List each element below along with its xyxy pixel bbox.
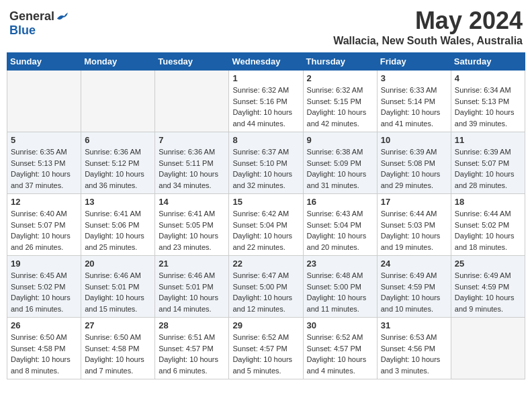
day-number: 25 [455, 259, 521, 269]
day-info: Sunrise: 6:44 AMSunset: 5:02 PMDaylight:… [455, 208, 521, 253]
calendar-header-monday: Monday [81, 53, 155, 71]
day-number: 5 [11, 135, 77, 145]
day-info: Sunrise: 6:45 AMSunset: 5:02 PMDaylight:… [11, 270, 77, 314]
day-number: 22 [232, 259, 299, 269]
day-number: 31 [381, 320, 447, 330]
logo: General Blue [9, 7, 68, 38]
calendar-cell [81, 71, 155, 132]
day-number: 18 [455, 197, 521, 207]
day-number: 6 [85, 135, 151, 145]
calendar-table: SundayMondayTuesdayWednesdayThursdayFrid… [7, 52, 525, 379]
day-number: 30 [307, 320, 373, 330]
calendar-cell: 12Sunrise: 6:40 AMSunset: 5:07 PMDayligh… [7, 194, 81, 256]
day-number: 28 [159, 320, 225, 330]
calendar-header-saturday: Saturday [451, 53, 525, 71]
day-info: Sunrise: 6:39 AMSunset: 5:08 PMDaylight:… [381, 146, 447, 191]
logo-bird-icon [56, 12, 68, 21]
month-title: May 2024 [333, 7, 523, 35]
day-info: Sunrise: 6:41 AMSunset: 5:05 PMDaylight:… [159, 208, 225, 253]
day-info: Sunrise: 6:41 AMSunset: 5:06 PMDaylight:… [85, 208, 151, 253]
day-info: Sunrise: 6:36 AMSunset: 5:12 PMDaylight:… [85, 146, 151, 191]
day-number: 17 [381, 197, 447, 207]
logo-blue: Blue [9, 24, 36, 38]
day-number: 29 [232, 320, 299, 330]
day-number: 27 [85, 320, 151, 330]
calendar-cell: 4Sunrise: 6:34 AMSunset: 5:13 PMDaylight… [451, 71, 525, 132]
day-number: 19 [11, 259, 77, 269]
calendar-cell: 18Sunrise: 6:44 AMSunset: 5:02 PMDayligh… [451, 194, 525, 256]
day-number: 1 [232, 73, 299, 83]
calendar-cell: 6Sunrise: 6:36 AMSunset: 5:12 PMDaylight… [81, 132, 155, 194]
calendar-header-thursday: Thursday [303, 53, 377, 71]
day-number: 12 [11, 197, 77, 207]
day-info: Sunrise: 6:43 AMSunset: 5:04 PMDaylight:… [307, 208, 373, 253]
calendar-cell: 23Sunrise: 6:48 AMSunset: 5:00 PMDayligh… [303, 256, 377, 318]
calendar-cell: 24Sunrise: 6:49 AMSunset: 4:59 PMDayligh… [377, 256, 451, 318]
header: General Blue May 2024 Wallacia, New Sout… [7, 7, 525, 47]
day-info: Sunrise: 6:52 AMSunset: 4:57 PMDaylight:… [232, 332, 299, 376]
calendar-week-row: 12Sunrise: 6:40 AMSunset: 5:07 PMDayligh… [7, 194, 525, 256]
day-info: Sunrise: 6:52 AMSunset: 4:57 PMDaylight:… [307, 332, 373, 376]
day-number: 13 [85, 197, 151, 207]
day-number: 20 [85, 259, 151, 269]
day-info: Sunrise: 6:40 AMSunset: 5:07 PMDaylight:… [11, 208, 77, 253]
day-number: 15 [232, 197, 299, 207]
day-number: 9 [307, 135, 373, 145]
day-info: Sunrise: 6:46 AMSunset: 5:01 PMDaylight:… [85, 270, 151, 314]
day-info: Sunrise: 6:39 AMSunset: 5:07 PMDaylight:… [455, 146, 521, 191]
day-info: Sunrise: 6:48 AMSunset: 5:00 PMDaylight:… [307, 270, 373, 314]
calendar-cell: 21Sunrise: 6:46 AMSunset: 5:01 PMDayligh… [155, 256, 229, 318]
day-number: 14 [159, 197, 225, 207]
calendar-cell: 10Sunrise: 6:39 AMSunset: 5:08 PMDayligh… [377, 132, 451, 194]
day-number: 10 [381, 135, 447, 145]
calendar-header-friday: Friday [377, 53, 451, 71]
day-number: 4 [455, 73, 521, 83]
location-title: Wallacia, New South Wales, Australia [333, 35, 523, 47]
day-info: Sunrise: 6:35 AMSunset: 5:13 PMDaylight:… [11, 146, 77, 191]
calendar-cell: 30Sunrise: 6:52 AMSunset: 4:57 PMDayligh… [303, 318, 377, 379]
calendar-cell: 28Sunrise: 6:51 AMSunset: 4:57 PMDayligh… [155, 318, 229, 379]
calendar-header-wednesday: Wednesday [229, 53, 303, 71]
calendar-cell: 29Sunrise: 6:52 AMSunset: 4:57 PMDayligh… [229, 318, 303, 379]
day-info: Sunrise: 6:38 AMSunset: 5:09 PMDaylight:… [307, 146, 373, 191]
calendar-header-tuesday: Tuesday [155, 53, 229, 71]
title-area: May 2024 Wallacia, New South Wales, Aust… [333, 7, 523, 47]
day-number: 24 [381, 259, 447, 269]
calendar-cell: 22Sunrise: 6:47 AMSunset: 5:00 PMDayligh… [229, 256, 303, 318]
day-number: 2 [307, 73, 373, 83]
day-info: Sunrise: 6:36 AMSunset: 5:11 PMDaylight:… [159, 146, 225, 191]
day-number: 7 [159, 135, 225, 145]
day-number: 21 [159, 259, 225, 269]
day-info: Sunrise: 6:49 AMSunset: 4:59 PMDaylight:… [381, 270, 447, 314]
calendar-cell [155, 71, 229, 132]
day-info: Sunrise: 6:34 AMSunset: 5:13 PMDaylight:… [455, 85, 521, 129]
calendar-cell: 14Sunrise: 6:41 AMSunset: 5:05 PMDayligh… [155, 194, 229, 256]
day-number: 3 [381, 73, 447, 83]
calendar-cell: 11Sunrise: 6:39 AMSunset: 5:07 PMDayligh… [451, 132, 525, 194]
day-info: Sunrise: 6:51 AMSunset: 4:57 PMDaylight:… [159, 332, 225, 376]
calendar-week-row: 19Sunrise: 6:45 AMSunset: 5:02 PMDayligh… [7, 256, 525, 318]
calendar-cell [451, 318, 525, 379]
calendar-cell: 15Sunrise: 6:42 AMSunset: 5:04 PMDayligh… [229, 194, 303, 256]
day-info: Sunrise: 6:32 AMSunset: 5:15 PMDaylight:… [307, 85, 373, 129]
day-info: Sunrise: 6:32 AMSunset: 5:16 PMDaylight:… [232, 85, 299, 129]
calendar-week-row: 26Sunrise: 6:50 AMSunset: 4:58 PMDayligh… [7, 318, 525, 379]
calendar-cell: 17Sunrise: 6:44 AMSunset: 5:03 PMDayligh… [377, 194, 451, 256]
day-number: 8 [232, 135, 299, 145]
calendar-week-row: 1Sunrise: 6:32 AMSunset: 5:16 PMDaylight… [7, 71, 525, 132]
calendar-cell: 7Sunrise: 6:36 AMSunset: 5:11 PMDaylight… [155, 132, 229, 194]
day-info: Sunrise: 6:50 AMSunset: 4:58 PMDaylight:… [11, 332, 77, 376]
logo-general: General [9, 9, 54, 24]
calendar-cell: 3Sunrise: 6:33 AMSunset: 5:14 PMDaylight… [377, 71, 451, 132]
day-info: Sunrise: 6:42 AMSunset: 5:04 PMDaylight:… [232, 208, 299, 253]
calendar-cell: 31Sunrise: 6:53 AMSunset: 4:56 PMDayligh… [377, 318, 451, 379]
calendar-cell: 13Sunrise: 6:41 AMSunset: 5:06 PMDayligh… [81, 194, 155, 256]
day-info: Sunrise: 6:44 AMSunset: 5:03 PMDaylight:… [381, 208, 447, 253]
calendar-header-row: SundayMondayTuesdayWednesdayThursdayFrid… [7, 53, 525, 71]
day-info: Sunrise: 6:53 AMSunset: 4:56 PMDaylight:… [381, 332, 447, 376]
calendar-cell: 26Sunrise: 6:50 AMSunset: 4:58 PMDayligh… [7, 318, 81, 379]
day-number: 11 [455, 135, 521, 145]
calendar-cell: 19Sunrise: 6:45 AMSunset: 5:02 PMDayligh… [7, 256, 81, 318]
day-number: 16 [307, 197, 373, 207]
calendar-week-row: 5Sunrise: 6:35 AMSunset: 5:13 PMDaylight… [7, 132, 525, 194]
